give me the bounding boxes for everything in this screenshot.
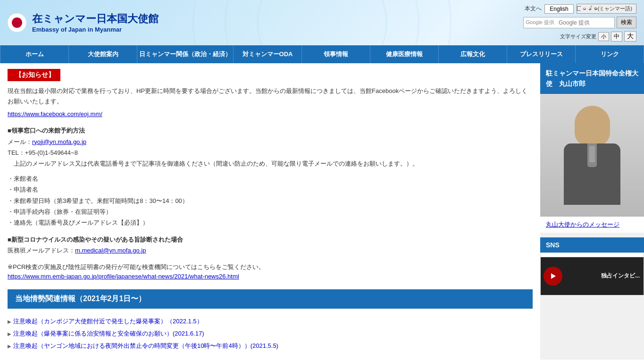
news-link-0[interactable]: 注意喚起（カンボジア大使館付近で発生した爆発事案）（2022.1.5）: [8, 315, 533, 328]
news-link-2[interactable]: 注意喚起（ヤンゴン地域における夜間外出禁止令の時間変更（午後10時〜午前4時））…: [8, 340, 533, 352]
lang-myanmar-button[interactable]: မြန်မာ(ミャンマー語): [577, 4, 636, 14]
main-navigation: ホーム 大使館案内 日ミャンマー関係（政治・経済） 対ミャンマーODA 領事情報…: [0, 45, 644, 63]
notice-body-text: 現在当館は最小限の対応で業務を行っており、HP更新に時間を要する場合がございます…: [8, 86, 533, 107]
medical-email-link[interactable]: m.medical@yn.mofa.go.jp: [75, 247, 146, 254]
email-label: メール：: [8, 138, 32, 145]
svg-marker-2: [551, 273, 556, 279]
youtube-label: 独占インタビ...: [601, 272, 640, 280]
ambassador-photo: [540, 94, 644, 217]
sns-content: 独占インタビ...: [540, 253, 644, 295]
news-link-1[interactable]: 注意喚起（爆発事案に係る治安情報と安全確保のお願い）(2021.6.17): [8, 328, 533, 340]
consulate-section: ■領事窓口への来館予約方法 メール：ryoji@yn.mofa.go.jp TE…: [8, 125, 533, 280]
notice-header: 【お知らせ】: [8, 69, 533, 81]
local-situation-heading: 当地情勢関連情報（2021年2月1日〜）: [8, 289, 533, 309]
contact-items: ・来館者名 ・申請者名 ・来館希望日時（第3希望まで。来館可能時間は8：30〜1…: [8, 173, 533, 228]
nav-consular[interactable]: 領事情報: [302, 45, 370, 63]
nav-press-release[interactable]: プレスリリース: [507, 45, 576, 63]
nav-links[interactable]: リンク: [576, 45, 644, 63]
news-links-container: 注意喚起（カンボジア大使館付近で発生した爆発事案）（2022.1.5） 注意喚起…: [8, 313, 533, 354]
covid-section: ■新型コロナウイルスの感染やその疑いがある旨診断された場合 医務班メールアドレス…: [8, 234, 533, 256]
youtube-thumbnail[interactable]: 独占インタビ...: [541, 257, 644, 295]
pcr-text: ※PCR検査の実施及び陰性証明書の発行が可能な検査機関についてはこちらをご覧くだ…: [8, 261, 533, 272]
contact-note: 上記のメールアドレス又は代表電話番号まで下記事項を御連絡ください（間違い防止のた…: [8, 158, 533, 169]
font-size-medium-button[interactable]: 中: [611, 32, 622, 42]
font-size-label: 文字サイズ変更: [560, 33, 596, 40]
site-title-en: Embassy of Japan in Myanmar: [32, 26, 159, 33]
contact-item-2: ・来館希望日時（第3希望まで。来館可能時間は8：30〜14：00）: [8, 195, 533, 206]
pcr-link[interactable]: https://www.mm.emb-japan.go.jp/profile/j…: [8, 273, 239, 280]
search-wrapper: Google 提供: [523, 17, 615, 28]
medical-email-label: 医務班メールアドレス：: [8, 247, 75, 254]
contact-item-0: ・来館者名: [8, 173, 533, 184]
nav-embassy-info[interactable]: 大使館案内: [69, 45, 137, 63]
lang-english-button[interactable]: English: [544, 4, 573, 14]
play-icon: [544, 267, 562, 286]
search-input[interactable]: [556, 18, 612, 27]
ambassador-title: 駐ミャンマー日本国特命全権大使 丸山市郎: [540, 63, 644, 94]
sns-label: SNS: [540, 237, 644, 253]
nav-health[interactable]: 健康医療情報: [370, 45, 439, 63]
nav-pr-culture[interactable]: 広報文化: [439, 45, 507, 63]
covid-title: ■新型コロナウイルスの感染やその疑いがある旨診断された場合: [8, 236, 183, 243]
lang-japanese-label: 本文へ: [525, 5, 542, 13]
contact-item-1: ・申請者名: [8, 184, 533, 195]
font-size-small-button[interactable]: 小: [598, 32, 609, 41]
ambassador-message-link[interactable]: 丸山大使からのメッセージ: [540, 217, 644, 233]
search-button[interactable]: 検索: [617, 17, 636, 28]
consulate-email-link[interactable]: ryoji@yn.mofa.go.jp: [32, 138, 86, 145]
pcr-section: ※PCR検査の実施及び陰性証明書の発行が可能な検査機関についてはこちらをご覧くだ…: [8, 261, 533, 279]
notice-badge: 【お知らせ】: [8, 69, 60, 81]
nav-oda[interactable]: 対ミャンマーODA: [234, 45, 302, 63]
site-title-ja: 在ミャンマー日本国大使館: [32, 12, 159, 26]
font-size-large-button[interactable]: 大: [624, 31, 636, 42]
tel-text: TEL：+95-(0)1-549644~8: [8, 147, 533, 158]
facebook-link[interactable]: https://www.facebook.com/eoj.mm/: [8, 110, 102, 118]
consulate-title: ■領事窓口への来館予約方法: [8, 127, 85, 134]
google-logo-text: Google 提供: [526, 19, 554, 26]
japan-flag-icon: [8, 13, 26, 32]
svg-point-1: [12, 17, 22, 28]
nav-japan-myanmar-relations[interactable]: 日ミャンマー関係（政治・経済）: [137, 45, 234, 63]
nav-home[interactable]: ホーム: [0, 45, 69, 63]
contact-item-3: ・申請手続内容（旅券・在留証明等）: [8, 206, 533, 217]
contact-item-4: ・連絡先（電話番号及びメールアドレス【必須】）: [8, 217, 533, 228]
